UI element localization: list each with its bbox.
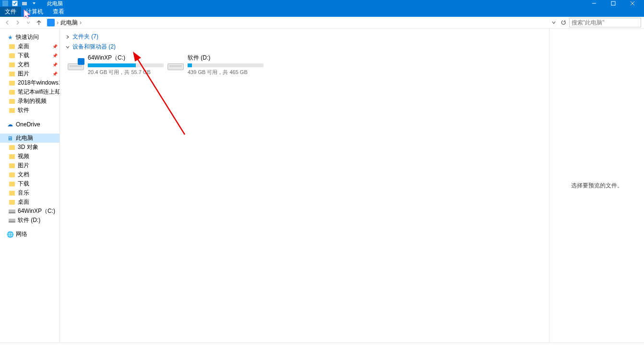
tree-qa-item[interactable]: 文档📌	[0, 60, 60, 69]
drive-item-c[interactable]: 64WinXP（C:) 20.4 GB 可用，共 55.7 GB	[68, 54, 164, 76]
drive-stats: 20.4 GB 可用，共 55.7 GB	[88, 69, 164, 76]
tree-drive-d[interactable]: 软件 (D:)	[0, 216, 60, 225]
group-folders[interactable]: 文件夹 (7)	[63, 32, 549, 42]
tree-label: 图片	[18, 161, 29, 170]
folder-icon	[9, 163, 15, 168]
maximize-button[interactable]	[604, 0, 623, 7]
qat-new-folder-icon[interactable]	[21, 0, 28, 7]
location-icon	[47, 19, 55, 26]
tree-qa-item[interactable]: 笔记本wifi连上却没	[0, 87, 60, 97]
tree-qa-item[interactable]: 软件	[0, 106, 60, 115]
menu-view[interactable]: 查看	[48, 7, 69, 17]
drives-row: 64WinXP（C:) 20.4 GB 可用，共 55.7 GB 软件 (D:)…	[68, 54, 549, 76]
drive-name: 64WinXP（C:)	[88, 54, 164, 62]
tree-label: 网络	[16, 230, 27, 238]
folder-icon	[9, 172, 15, 177]
tree-pc-item[interactable]: 桌面	[0, 197, 60, 207]
tree-label: 2018年windows10	[18, 79, 60, 87]
ribbon-tabs: 文件 计算机 查看	[0, 7, 644, 17]
nav-back-button[interactable]	[3, 18, 12, 27]
nav-up-button[interactable]	[35, 18, 43, 27]
group-label: 设备和驱动器 (2)	[72, 43, 116, 51]
menu-file[interactable]: 文件	[0, 7, 21, 17]
tree-pc-item[interactable]: 下载	[0, 179, 60, 188]
nav-history-dropdown[interactable]	[24, 18, 33, 27]
tree-label: 软件 (D:)	[18, 216, 40, 224]
breadcrumb-sep: ›	[57, 19, 59, 26]
breadcrumb-location[interactable]: 此电脑	[60, 19, 78, 27]
address-bar[interactable]: › 此电脑 ›	[45, 19, 548, 27]
window-title: 此电脑	[47, 0, 63, 7]
tree-onedrive[interactable]: ☁ OneDrive	[0, 120, 60, 129]
qat-properties-icon[interactable]	[12, 0, 18, 7]
search-input[interactable]	[572, 19, 639, 26]
tree-qa-item[interactable]: 图片📌	[0, 69, 60, 78]
drive-icon	[167, 54, 184, 70]
address-dropdown[interactable]	[550, 20, 558, 25]
search-box[interactable]	[569, 18, 641, 27]
pc-icon: 🖥	[7, 135, 13, 142]
folder-icon	[9, 154, 15, 159]
tree-label: 图片	[18, 70, 29, 78]
content-area: 文件夹 (7) 设备和驱动器 (2) 64WinXP（C:) 20.4 GB 可…	[60, 29, 644, 343]
tree-label: 3D 对象	[18, 143, 38, 151]
tree-pc-item[interactable]: 视频	[0, 152, 60, 161]
tree-qa-item[interactable]: 录制的视频	[0, 97, 60, 106]
item-view[interactable]: 文件夹 (7) 设备和驱动器 (2) 64WinXP（C:) 20.4 GB 可…	[60, 29, 549, 343]
drive-item-d[interactable]: 软件 (D:) 439 GB 可用，共 465 GB	[167, 54, 263, 76]
tree-pc-item[interactable]: 图片	[0, 161, 60, 170]
nav-tree: ★ 快速访问 桌面📌 下载📌 文档📌 图片📌 2018年windows10 笔记…	[0, 29, 60, 343]
tree-this-pc[interactable]: 🖥 此电脑	[0, 134, 60, 143]
drive-icon	[68, 54, 84, 70]
nav-forward-button[interactable]	[13, 18, 22, 27]
main-area: ★ 快速访问 桌面📌 下载📌 文档📌 图片📌 2018年windows10 笔记…	[0, 29, 644, 343]
tree-label: 笔记本wifi连上却没	[18, 88, 60, 96]
group-drives[interactable]: 设备和驱动器 (2)	[63, 42, 549, 52]
nav-bar: › 此电脑 ›	[0, 17, 644, 29]
pin-icon: 📌	[52, 44, 58, 49]
tree-pc-item[interactable]: 3D 对象	[0, 143, 60, 152]
folder-icon	[9, 53, 15, 58]
folder-icon	[9, 99, 15, 104]
tree-pc-item[interactable]: 文档	[0, 170, 60, 179]
tree-label: 桌面	[18, 42, 29, 50]
folder-icon	[9, 44, 15, 49]
title-bar: 此电脑	[0, 0, 644, 7]
group-label: 文件夹 (7)	[72, 33, 98, 41]
tree-qa-item[interactable]: 下载📌	[0, 51, 60, 60]
tree-label: 下载	[18, 180, 29, 188]
menu-computer[interactable]: 计算机	[21, 7, 48, 17]
app-icon	[2, 0, 9, 7]
network-icon: 🌐	[7, 231, 13, 238]
close-button[interactable]	[623, 0, 642, 7]
qat-customize-icon[interactable]	[31, 0, 37, 7]
tree-label: 视频	[18, 152, 29, 160]
tree-label: 文档	[18, 171, 29, 179]
tree-qa-item[interactable]: 2018年windows10	[0, 78, 60, 87]
drive-icon	[9, 209, 15, 213]
folder-icon	[9, 108, 15, 113]
folder-icon	[9, 182, 15, 186]
address-refresh[interactable]	[560, 20, 567, 25]
preview-empty-text: 选择要预览的文件。	[571, 182, 623, 190]
tree-label: 桌面	[18, 198, 29, 206]
pin-icon: 📌	[52, 53, 58, 58]
folder-icon	[9, 145, 15, 150]
folder-icon	[9, 90, 15, 95]
tree-qa-item[interactable]: 桌面📌	[0, 42, 60, 51]
tree-quick-access[interactable]: ★ 快速访问	[0, 33, 60, 42]
folder-icon	[9, 81, 15, 86]
folder-icon	[9, 72, 15, 76]
minimize-button[interactable]	[584, 0, 604, 7]
drive-name: 软件 (D:)	[188, 54, 263, 62]
tree-network[interactable]: 🌐 网络	[0, 230, 60, 239]
svg-rect-0	[2, 0, 8, 6]
tree-drive-c[interactable]: 64WinXP（C:)	[0, 207, 60, 216]
quick-access-toolbar	[2, 0, 37, 7]
tree-pc-item[interactable]: 音乐	[0, 188, 60, 197]
window-controls	[584, 0, 642, 7]
folder-icon	[9, 191, 15, 196]
chevron-icon	[65, 45, 71, 49]
drive-icon	[9, 219, 15, 222]
onedrive-icon: ☁	[7, 121, 13, 128]
